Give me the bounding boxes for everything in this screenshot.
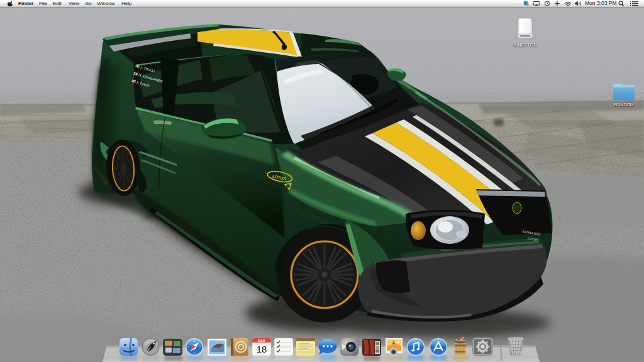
- svg-text:18: 18: [257, 344, 267, 354]
- svg-text:MAR: MAR: [258, 339, 265, 343]
